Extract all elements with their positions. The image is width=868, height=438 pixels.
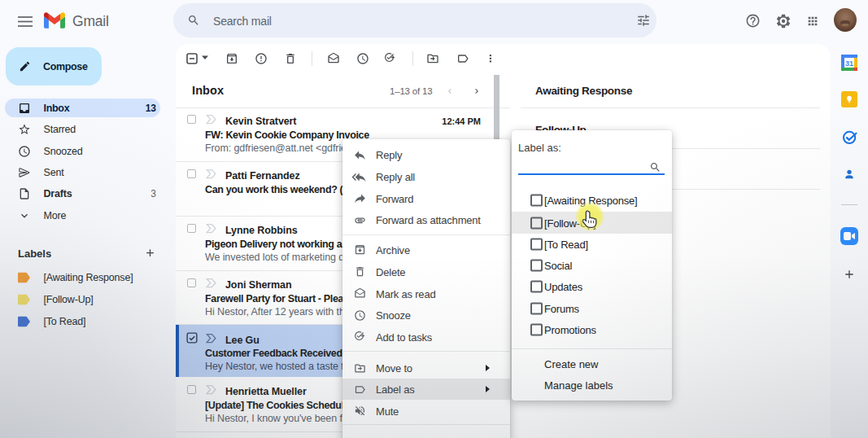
svg-text:31: 31 [845,59,853,68]
